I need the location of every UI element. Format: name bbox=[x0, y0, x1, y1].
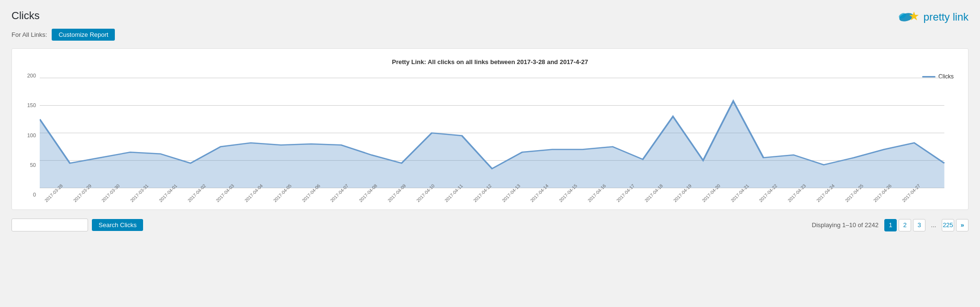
customize-report-button[interactable]: Customize Report bbox=[52, 29, 115, 41]
bottom-bar: Search Clicks Displaying 1–10 of 2242 1 … bbox=[11, 219, 969, 231]
page-btn-3[interactable]: 3 bbox=[913, 219, 925, 231]
x-axis-labels: 2017-03-282017-03-292017-03-302017-03-31… bbox=[44, 199, 958, 205]
y-axis: 200 150 100 50 0 bbox=[22, 73, 40, 197]
y-label-200: 200 bbox=[27, 73, 36, 78]
page-btn-dots: ... bbox=[927, 219, 940, 231]
logo-text: pretty link bbox=[924, 11, 969, 23]
chart-container: Pretty Link: All clicks on all links bet… bbox=[11, 48, 969, 210]
search-clicks-button[interactable]: Search Clicks bbox=[92, 219, 143, 231]
subtitle-label: For All Links: bbox=[11, 31, 47, 38]
chart-area: 200 150 100 50 0 bbox=[22, 73, 958, 197]
y-label-100: 100 bbox=[27, 133, 36, 138]
y-label-50: 50 bbox=[30, 163, 36, 168]
page-btn-225[interactable]: 225 bbox=[942, 219, 954, 231]
y-label-150: 150 bbox=[27, 103, 36, 108]
page-btn-next[interactable]: » bbox=[956, 219, 969, 231]
logo-wings-svg bbox=[899, 10, 921, 25]
pagination: Displaying 1–10 of 2242 1 2 3 ... 225 » bbox=[812, 219, 969, 231]
pagination-info: Displaying 1–10 of 2242 bbox=[812, 221, 879, 229]
chart-title: Pretty Link: All clicks on all links bet… bbox=[22, 58, 958, 66]
logo-icon bbox=[899, 10, 921, 25]
y-label-0: 0 bbox=[33, 192, 36, 197]
chart-svg bbox=[40, 73, 958, 197]
page-btn-2[interactable]: 2 bbox=[899, 219, 911, 231]
page-btn-1[interactable]: 1 bbox=[884, 219, 897, 231]
page-title: Clicks bbox=[11, 10, 40, 22]
search-area: Search Clicks bbox=[11, 219, 143, 231]
search-input[interactable] bbox=[11, 219, 88, 231]
chart-inner bbox=[40, 73, 958, 197]
logo: pretty link bbox=[899, 10, 969, 25]
